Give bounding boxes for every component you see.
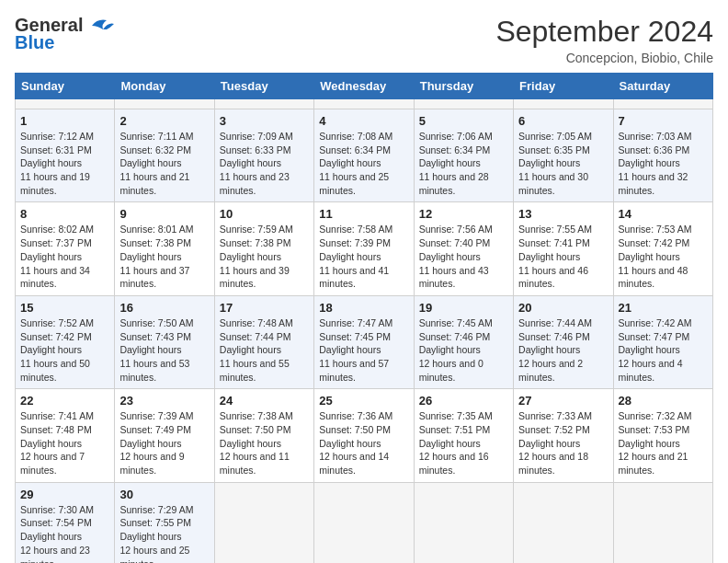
calendar-header-saturday: Saturday: [613, 74, 712, 99]
day-info: Sunrise: 7:48 AMSunset: 7:44 PMDaylight …: [220, 316, 309, 384]
day-number: 5: [419, 114, 508, 128]
calendar-cell: [314, 99, 414, 109]
calendar-cell: [613, 99, 712, 109]
calendar-cell: [414, 482, 513, 563]
calendar-header-tuesday: Tuesday: [214, 74, 313, 99]
day-number: 30: [119, 488, 209, 501]
day-info: Sunrise: 7:53 AMSunset: 7:42 PMDaylight …: [619, 223, 708, 290]
calendar-week-row: 8Sunrise: 8:02 AMSunset: 7:37 PMDaylight…: [16, 202, 713, 295]
day-info: Sunrise: 7:47 AMSunset: 7:45 PMDaylight …: [319, 316, 408, 384]
day-info: Sunrise: 7:09 AMSunset: 6:33 PMDaylight …: [220, 130, 309, 197]
day-info: Sunrise: 7:32 AMSunset: 7:53 PMDaylight …: [619, 409, 708, 477]
day-info: Sunrise: 8:02 AMSunset: 7:37 PMDaylight …: [20, 223, 109, 290]
calendar-cell: [514, 482, 613, 563]
logo: General Blue: [15, 15, 114, 53]
calendar-cell: 8Sunrise: 8:02 AMSunset: 7:37 PMDaylight…: [16, 202, 115, 295]
calendar-week-row: 1Sunrise: 7:12 AMSunset: 6:31 PMDaylight…: [16, 109, 713, 202]
calendar-header-friday: Friday: [514, 74, 613, 99]
calendar-header-thursday: Thursday: [414, 74, 513, 99]
calendar-cell: 9Sunrise: 8:01 AMSunset: 7:38 PMDaylight…: [115, 202, 214, 295]
day-info: Sunrise: 7:56 AMSunset: 7:40 PMDaylight …: [419, 223, 508, 290]
day-info: Sunrise: 7:44 AMSunset: 7:46 PMDaylight …: [518, 316, 608, 384]
day-number: 16: [119, 301, 209, 315]
day-number: 15: [20, 301, 109, 315]
calendar-cell: 18Sunrise: 7:47 AMSunset: 7:45 PMDayligh…: [314, 295, 414, 388]
calendar-cell: 27Sunrise: 7:33 AMSunset: 7:52 PMDayligh…: [514, 389, 613, 482]
day-number: 11: [319, 207, 408, 221]
logo-bird-icon: [85, 17, 114, 35]
page-header: General Blue September 2024 Concepcion, …: [15, 15, 713, 65]
day-number: 18: [319, 301, 408, 315]
calendar-cell: 25Sunrise: 7:36 AMSunset: 7:50 PMDayligh…: [314, 389, 414, 482]
calendar-cell: 23Sunrise: 7:39 AMSunset: 7:49 PMDayligh…: [115, 389, 214, 482]
calendar-cell: 12Sunrise: 7:56 AMSunset: 7:40 PMDayligh…: [414, 202, 513, 295]
calendar-cell: [613, 482, 712, 563]
day-info: Sunrise: 7:29 AMSunset: 7:55 PMDaylight …: [119, 503, 209, 563]
calendar-cell: [414, 99, 513, 109]
calendar-cell: 24Sunrise: 7:38 AMSunset: 7:50 PMDayligh…: [214, 389, 313, 482]
day-info: Sunrise: 7:42 AMSunset: 7:47 PMDaylight …: [619, 316, 708, 384]
day-number: 22: [20, 394, 109, 408]
calendar-cell: 26Sunrise: 7:35 AMSunset: 7:51 PMDayligh…: [414, 389, 513, 482]
logo-text-blue: Blue: [15, 32, 54, 53]
calendar-cell: 4Sunrise: 7:08 AMSunset: 6:34 PMDaylight…: [314, 109, 414, 202]
day-info: Sunrise: 7:39 AMSunset: 7:49 PMDaylight …: [119, 409, 209, 477]
day-info: Sunrise: 7:58 AMSunset: 7:39 PMDaylight …: [319, 223, 408, 290]
day-number: 1: [20, 114, 109, 128]
day-number: 13: [518, 207, 608, 221]
day-number: 4: [319, 114, 408, 128]
calendar-cell: 5Sunrise: 7:06 AMSunset: 6:34 PMDaylight…: [414, 109, 513, 202]
calendar-cell: [214, 482, 313, 563]
day-info: Sunrise: 7:35 AMSunset: 7:51 PMDaylight …: [419, 409, 508, 477]
day-number: 8: [20, 207, 109, 221]
day-number: 14: [619, 207, 708, 221]
calendar-week-row: [16, 99, 713, 109]
day-info: Sunrise: 7:52 AMSunset: 7:42 PMDaylight …: [20, 316, 109, 384]
day-info: Sunrise: 7:30 AMSunset: 7:54 PMDaylight …: [20, 503, 109, 563]
calendar-table: SundayMondayTuesdayWednesdayThursdayFrid…: [15, 73, 713, 563]
calendar-cell: 15Sunrise: 7:52 AMSunset: 7:42 PMDayligh…: [16, 295, 115, 388]
calendar-header-wednesday: Wednesday: [314, 74, 414, 99]
calendar-cell: 2Sunrise: 7:11 AMSunset: 6:32 PMDaylight…: [115, 109, 214, 202]
day-info: Sunrise: 7:41 AMSunset: 7:48 PMDaylight …: [20, 409, 109, 477]
day-number: 29: [20, 488, 109, 501]
day-info: Sunrise: 7:11 AMSunset: 6:32 PMDaylight …: [119, 130, 209, 197]
day-info: Sunrise: 7:06 AMSunset: 6:34 PMDaylight …: [419, 130, 508, 197]
calendar-cell: [314, 482, 414, 563]
calendar-header-row: SundayMondayTuesdayWednesdayThursdayFrid…: [16, 74, 713, 99]
calendar-week-row: 15Sunrise: 7:52 AMSunset: 7:42 PMDayligh…: [16, 295, 713, 388]
day-info: Sunrise: 7:03 AMSunset: 6:36 PMDaylight …: [619, 130, 708, 197]
day-number: 7: [619, 114, 708, 128]
location-subtitle: Concepcion, Biobio, Chile: [495, 51, 713, 65]
calendar-cell: [16, 99, 115, 109]
day-number: 23: [119, 394, 209, 408]
day-info: Sunrise: 7:38 AMSunset: 7:50 PMDaylight …: [220, 409, 309, 477]
calendar-header-sunday: Sunday: [16, 74, 115, 99]
day-number: 24: [220, 394, 309, 408]
calendar-cell: 17Sunrise: 7:48 AMSunset: 7:44 PMDayligh…: [214, 295, 313, 388]
calendar-cell: 30Sunrise: 7:29 AMSunset: 7:55 PMDayligh…: [115, 482, 214, 563]
day-number: 20: [518, 301, 608, 315]
day-info: Sunrise: 7:08 AMSunset: 6:34 PMDaylight …: [319, 130, 408, 197]
title-block: September 2024 Concepcion, Biobio, Chile: [495, 15, 713, 65]
day-info: Sunrise: 8:01 AMSunset: 7:38 PMDaylight …: [119, 223, 209, 290]
day-number: 2: [119, 114, 209, 128]
calendar-cell: 3Sunrise: 7:09 AMSunset: 6:33 PMDaylight…: [214, 109, 313, 202]
day-info: Sunrise: 7:55 AMSunset: 7:41 PMDaylight …: [518, 223, 608, 290]
calendar-cell: 22Sunrise: 7:41 AMSunset: 7:48 PMDayligh…: [16, 389, 115, 482]
calendar-cell: 14Sunrise: 7:53 AMSunset: 7:42 PMDayligh…: [613, 202, 712, 295]
calendar-cell: 19Sunrise: 7:45 AMSunset: 7:46 PMDayligh…: [414, 295, 513, 388]
day-info: Sunrise: 7:33 AMSunset: 7:52 PMDaylight …: [518, 409, 608, 477]
calendar-cell: 7Sunrise: 7:03 AMSunset: 6:36 PMDaylight…: [613, 109, 712, 202]
calendar-cell: [514, 99, 613, 109]
calendar-cell: 16Sunrise: 7:50 AMSunset: 7:43 PMDayligh…: [115, 295, 214, 388]
calendar-cell: 29Sunrise: 7:30 AMSunset: 7:54 PMDayligh…: [16, 482, 115, 563]
day-number: 17: [220, 301, 309, 315]
day-number: 19: [419, 301, 508, 315]
day-info: Sunrise: 7:12 AMSunset: 6:31 PMDaylight …: [20, 130, 109, 197]
calendar-cell: 21Sunrise: 7:42 AMSunset: 7:47 PMDayligh…: [613, 295, 712, 388]
calendar-cell: 6Sunrise: 7:05 AMSunset: 6:35 PMDaylight…: [514, 109, 613, 202]
day-number: 28: [619, 394, 708, 408]
day-info: Sunrise: 7:05 AMSunset: 6:35 PMDaylight …: [518, 130, 608, 197]
calendar-cell: 10Sunrise: 7:59 AMSunset: 7:38 PMDayligh…: [214, 202, 313, 295]
